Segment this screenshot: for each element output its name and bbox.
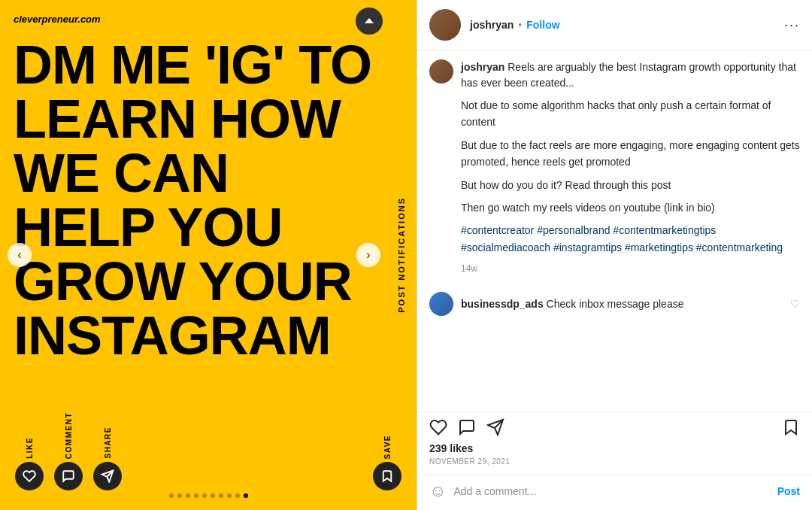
dot-3[interactable] xyxy=(194,493,198,498)
chevron-up-button[interactable] xyxy=(356,8,383,35)
left-panel: cleverpreneur.com POST NOTIFICATIONS DM … xyxy=(0,0,417,510)
dot-6[interactable] xyxy=(219,493,223,498)
share-circle xyxy=(93,462,122,490)
caption-avatar xyxy=(429,59,453,83)
dot-4[interactable] xyxy=(202,493,207,498)
para-3: But how do you do it? Read through this … xyxy=(461,177,800,193)
separator: • xyxy=(518,19,522,31)
para-2: But due to the fact reels are more engag… xyxy=(461,137,800,171)
action-buttons-row: LIKE COMMENT SHARE xyxy=(8,412,409,490)
para-1: Not due to some algorithm hacks that onl… xyxy=(461,97,800,131)
right-panel: joshryan • Follow ··· joshryan Reels are… xyxy=(417,0,812,510)
carousel-dots xyxy=(8,493,409,498)
caption-timestamp: 14w xyxy=(461,262,800,275)
reply-heart-icon[interactable]: ♡ xyxy=(790,298,800,310)
dot-5[interactable] xyxy=(211,493,215,498)
dot-8[interactable] xyxy=(235,493,240,498)
save-circle xyxy=(373,462,401,490)
comment-button[interactable] xyxy=(458,418,476,436)
reply-comment: businessdp_ads Check inbox message pleas… xyxy=(429,292,800,316)
more-options-button[interactable]: ··· xyxy=(784,17,800,33)
dot-2[interactable] xyxy=(186,493,190,498)
heart-button[interactable] xyxy=(429,418,447,436)
post-header: joshryan • Follow ··· xyxy=(417,0,812,50)
share-button[interactable] xyxy=(486,418,504,436)
site-label: cleverpreneur.com xyxy=(14,14,101,25)
emoji-button[interactable]: ☺ xyxy=(429,481,446,501)
action-group-left: LIKE COMMENT SHARE xyxy=(15,412,122,490)
reply-avatar xyxy=(429,292,453,316)
reply-content: Check inbox message please xyxy=(547,298,684,310)
comment-action[interactable]: COMMENT xyxy=(54,412,83,490)
post-date: NOVEMBER 29, 2021 xyxy=(429,457,800,466)
post-comment-button[interactable]: Post xyxy=(777,485,800,497)
post-action-bar: 239 likes NOVEMBER 29, 2021 xyxy=(417,411,812,475)
dot-7[interactable] xyxy=(227,493,232,498)
nav-arrow-left-button[interactable]: ‹ xyxy=(8,243,32,267)
hashtags[interactable]: #contentcreator #personalbrand #contentm… xyxy=(461,222,800,256)
header-username[interactable]: joshryan xyxy=(470,19,514,31)
action-icons-row xyxy=(429,418,800,436)
comment-input[interactable] xyxy=(453,485,769,497)
dot-1[interactable] xyxy=(177,493,182,498)
avatar xyxy=(429,9,461,41)
save-label: SAVE xyxy=(383,435,392,460)
save-action[interactable]: SAVE xyxy=(373,435,401,491)
main-headline: DM ME 'IG' TO LEARN HOW WE CAN HELP YOU … xyxy=(14,38,379,363)
para-4: Then go watch my reels videos on youtube… xyxy=(461,199,800,216)
add-comment-bar: ☺ Post xyxy=(417,475,812,510)
header-info: joshryan • Follow xyxy=(470,19,784,31)
likes-count: 239 likes xyxy=(429,442,800,454)
caption-body: joshryan Reels are arguably the best Ins… xyxy=(461,59,800,284)
comment-circle xyxy=(54,462,83,490)
reply-text: businessdp_ads Check inbox message pleas… xyxy=(461,298,783,310)
comments-section: joshryan Reels are arguably the best Ins… xyxy=(417,50,812,411)
follow-button[interactable]: Follow xyxy=(526,19,559,31)
main-caption-comment: joshryan Reels are arguably the best Ins… xyxy=(429,59,800,284)
dot-0[interactable] xyxy=(169,493,174,498)
like-circle xyxy=(15,462,44,490)
like-label: LIKE xyxy=(26,437,34,459)
reply-username[interactable]: businessdp_ads xyxy=(461,298,544,310)
comment-label: COMMENT xyxy=(65,412,73,459)
nav-arrow-right-button[interactable]: › xyxy=(356,243,380,267)
caption-text: Reels are arguably the best Instagram gr… xyxy=(461,61,796,89)
like-action[interactable]: LIKE xyxy=(15,437,44,490)
caption-paragraphs: Not due to some algorithm hacks that onl… xyxy=(461,97,800,216)
share-action[interactable]: SHARE xyxy=(93,427,122,490)
dot-9[interactable] xyxy=(244,493,248,498)
bookmark-button[interactable] xyxy=(782,418,800,436)
bottom-actions: LIKE COMMENT SHARE xyxy=(0,412,417,510)
share-label: SHARE xyxy=(104,427,112,459)
caption-username[interactable]: joshryan xyxy=(461,61,504,73)
